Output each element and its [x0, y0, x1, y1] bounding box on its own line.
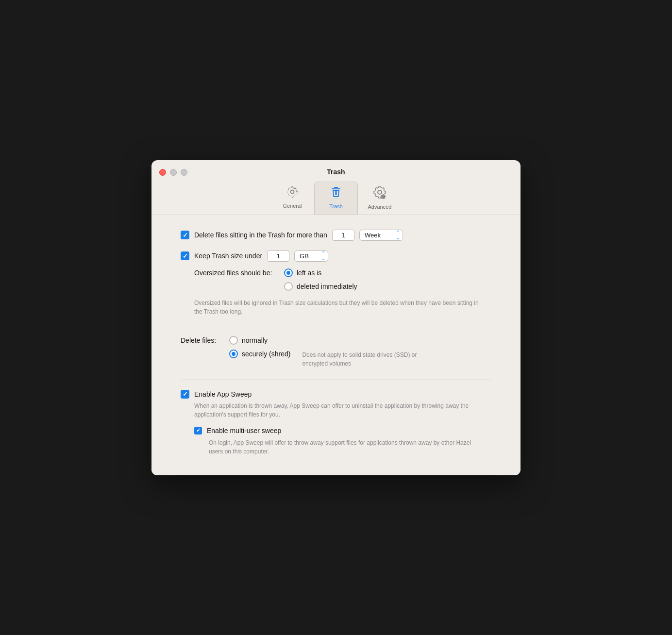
delete-normally-row: normally — [229, 336, 428, 345]
app-sweep-section: Enable App Sweep When an application is … — [181, 390, 491, 456]
trash-icon — [330, 186, 342, 201]
tab-general[interactable]: General — [270, 182, 314, 215]
delete-securely-inner: securely (shred) — [229, 350, 290, 358]
oversized-options: left as is deleted immediately — [284, 268, 357, 291]
auto-delete-checkbox[interactable] — [181, 231, 189, 239]
window-title: Trash — [327, 168, 345, 176]
app-sweep-checkbox[interactable] — [181, 390, 189, 399]
tab-trash-label: Trash — [329, 203, 343, 209]
close-button[interactable] — [159, 169, 166, 176]
traffic-lights — [159, 169, 187, 176]
keep-size-unit-wrapper: GB MB — [294, 251, 328, 262]
multi-user-desc: On login, App Sweep will offer to throw … — [209, 438, 481, 456]
gear-advanced-icon — [373, 185, 386, 202]
tab-trash[interactable]: Trash — [314, 182, 358, 215]
auto-delete-unit-select[interactable]: Week Day Month — [359, 230, 403, 241]
delete-securely-hint: Does not apply to solid state drives (SS… — [302, 350, 428, 368]
tab-advanced[interactable]: Advanced — [358, 182, 402, 215]
oversized-deleted-radio[interactable] — [284, 282, 293, 291]
minimize-button[interactable] — [170, 169, 177, 176]
delete-options: normally securely (shred) Does not apply… — [229, 336, 428, 368]
app-sweep-desc: When an application is thrown away, App … — [194, 401, 476, 419]
delete-files-section: Delete files: normally securely (shred) … — [181, 336, 491, 368]
preferences-window: Trash General — [151, 160, 521, 475]
keep-size-checkbox[interactable] — [181, 251, 189, 260]
delete-files-label: Delete files: — [181, 336, 229, 344]
oversized-label: Oversized files should be: — [194, 268, 284, 277]
multi-user-checkbox[interactable] — [194, 427, 202, 434]
titlebar: Trash General — [151, 160, 521, 215]
gear-icon — [286, 185, 299, 201]
auto-delete-unit-wrapper: Week Day Month — [359, 230, 403, 241]
tab-advanced-label: Advanced — [368, 204, 392, 210]
oversized-deleted-row: deleted immediately — [284, 282, 357, 291]
delete-securely-label: securely (shred) — [242, 350, 290, 358]
delete-securely-row: securely (shred) Does not apply to solid… — [229, 350, 428, 368]
oversized-left-row: left as is — [284, 268, 357, 277]
oversized-left-radio[interactable] — [284, 268, 293, 277]
keep-size-label: Keep Trash size under — [194, 252, 262, 260]
delete-securely-radio[interactable] — [229, 350, 238, 358]
oversized-hint: Oversized files will be ignored in Trash… — [194, 299, 486, 316]
multi-user-row: Enable multi-user sweep — [194, 427, 491, 434]
toolbar: General Trash — [270, 182, 402, 215]
auto-delete-label: Delete files sitting in the Trash for mo… — [194, 231, 327, 239]
maximize-button[interactable] — [181, 169, 187, 176]
delete-normally-label: normally — [242, 336, 268, 344]
oversized-deleted-label: deleted immediately — [297, 283, 357, 290]
multi-user-label: Enable multi-user sweep — [207, 427, 281, 434]
app-sweep-row: Enable App Sweep — [181, 390, 491, 399]
auto-delete-value[interactable] — [332, 230, 354, 241]
tab-general-label: General — [283, 203, 302, 209]
oversized-left-label: left as is — [297, 269, 321, 277]
keep-size-row: Keep Trash size under GB MB — [181, 251, 491, 262]
keep-size-unit-select[interactable]: GB MB — [294, 251, 328, 262]
delete-normally-radio[interactable] — [229, 336, 238, 345]
divider-1 — [181, 326, 491, 326]
auto-delete-row: Delete files sitting in the Trash for mo… — [181, 230, 491, 241]
oversized-row: Oversized files should be: left as is de… — [194, 268, 491, 291]
content-area: Delete files sitting in the Trash for mo… — [151, 215, 521, 475]
keep-size-value[interactable] — [267, 251, 289, 262]
app-sweep-label: Enable App Sweep — [194, 390, 252, 398]
divider-2 — [181, 380, 491, 380]
